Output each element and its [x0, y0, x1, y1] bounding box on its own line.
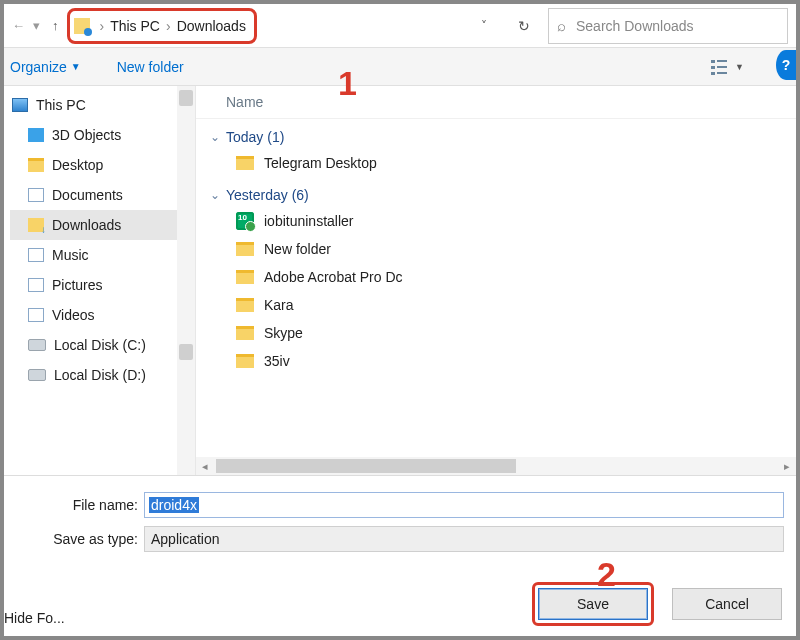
- scroll-thumb[interactable]: [216, 459, 516, 473]
- documents-icon: [28, 188, 44, 202]
- file-label: Telegram Desktop: [264, 155, 377, 171]
- tree-scrollbar[interactable]: [177, 86, 195, 475]
- tree-item-this-pc[interactable]: This PC: [10, 90, 195, 120]
- new-folder-button[interactable]: New folder: [117, 59, 184, 75]
- horizontal-scrollbar[interactable]: ◂ ▸: [196, 457, 796, 475]
- save-as-type-value: Application: [151, 531, 220, 547]
- tree-item-downloads[interactable]: Downloads: [10, 210, 195, 240]
- toolbar: Organize▼ New folder 1 ▼ ?: [4, 48, 796, 86]
- folder-icon: [236, 354, 254, 368]
- 3d-objects-icon: [28, 128, 44, 142]
- address-bar-extra[interactable]: ˅: [265, 8, 500, 44]
- this-pc-icon: [12, 98, 28, 112]
- dialog-buttons: Save Cancel: [532, 582, 782, 626]
- main-area: This PC 3D Objects Desktop Documents Dow…: [4, 86, 796, 476]
- tree-item-label: Music: [52, 247, 89, 263]
- tree-item-3d-objects[interactable]: 3D Objects: [10, 120, 195, 150]
- svg-rect-0: [711, 60, 715, 63]
- navigation-tree: This PC 3D Objects Desktop Documents Dow…: [4, 86, 196, 475]
- chevron-down-icon: ⌄: [210, 188, 220, 202]
- list-item[interactable]: Kara: [196, 291, 796, 319]
- svg-rect-3: [717, 66, 727, 68]
- downloads-icon: [28, 218, 44, 232]
- breadcrumb-downloads[interactable]: Downloads: [177, 18, 246, 34]
- svg-rect-2: [711, 66, 715, 69]
- application-icon: [236, 212, 254, 230]
- music-icon: [28, 248, 44, 262]
- back-button[interactable]: ←: [12, 18, 25, 33]
- list-item[interactable]: Telegram Desktop: [196, 149, 796, 177]
- list-item[interactable]: Adobe Acrobat Pro Dc: [196, 263, 796, 291]
- tree-item-local-disk-c[interactable]: Local Disk (C:): [10, 330, 195, 360]
- tree-item-label: Local Disk (D:): [54, 367, 146, 383]
- save-button[interactable]: Save: [538, 588, 648, 620]
- pictures-icon: [28, 278, 44, 292]
- tree-item-videos[interactable]: Videos: [10, 300, 195, 330]
- tree-scroll-up-icon[interactable]: [179, 90, 193, 106]
- tree-item-label: Pictures: [52, 277, 103, 293]
- list-item[interactable]: Skype: [196, 319, 796, 347]
- cancel-button[interactable]: Cancel: [672, 588, 782, 620]
- save-as-type-label: Save as type:: [4, 531, 144, 547]
- tree-item-label: Documents: [52, 187, 123, 203]
- svg-rect-5: [717, 72, 727, 74]
- tree-item-label: Local Disk (C:): [54, 337, 146, 353]
- list-item[interactable]: 35iv: [196, 347, 796, 375]
- group-yesterday[interactable]: ⌄ Yesterday (6): [196, 177, 796, 207]
- up-button[interactable]: ↑: [52, 18, 59, 33]
- column-header-name[interactable]: Name: [196, 86, 796, 119]
- file-label: iobituninstaller: [264, 213, 354, 229]
- file-label: 35iv: [264, 353, 290, 369]
- file-label: Adobe Acrobat Pro Dc: [264, 269, 403, 285]
- search-icon: ⌕: [557, 17, 566, 34]
- tree-item-label: This PC: [36, 97, 86, 113]
- save-panel: File name: droid4x Save as type: Applica…: [4, 476, 796, 636]
- chevron-down-icon: ▼: [735, 62, 744, 72]
- folder-icon: [236, 242, 254, 256]
- disk-icon: [28, 369, 46, 381]
- tree-item-pictures[interactable]: Pictures: [10, 270, 195, 300]
- organize-menu[interactable]: Organize▼: [10, 59, 81, 75]
- view-options-button[interactable]: ▼: [710, 54, 744, 80]
- tree-item-music[interactable]: Music: [10, 240, 195, 270]
- desktop-icon: [28, 158, 44, 172]
- tree-item-documents[interactable]: Documents: [10, 180, 195, 210]
- scroll-right-icon[interactable]: ▸: [778, 460, 796, 473]
- view-list-icon: [710, 58, 731, 76]
- breadcrumb-highlight: › This PC › Downloads: [67, 8, 257, 44]
- tree-item-desktop[interactable]: Desktop: [10, 150, 195, 180]
- nav-history-controls: ← ▾ ↑: [12, 18, 59, 33]
- list-item[interactable]: iobituninstaller: [196, 207, 796, 235]
- disk-icon: [28, 339, 46, 351]
- search-input[interactable]: ⌕ Search Downloads: [548, 8, 788, 44]
- breadcrumb-sep: ›: [166, 18, 171, 34]
- chevron-down-icon: ⌄: [210, 130, 220, 144]
- breadcrumb-this-pc[interactable]: This PC: [110, 18, 160, 34]
- search-placeholder: Search Downloads: [576, 18, 694, 34]
- scroll-left-icon[interactable]: ◂: [196, 460, 214, 473]
- file-list: Name ⌄ Today (1) Telegram Desktop ⌄ Yest…: [196, 86, 796, 475]
- folder-icon: [236, 298, 254, 312]
- recent-locations-dropdown[interactable]: ▾: [33, 18, 40, 33]
- tree-scroll-down-icon[interactable]: [179, 344, 193, 360]
- group-label: Today (1): [226, 129, 284, 145]
- help-button[interactable]: ?: [776, 50, 796, 80]
- folder-icon: [236, 326, 254, 340]
- chevron-down-icon: ▼: [71, 61, 81, 72]
- tree-item-label: Videos: [52, 307, 95, 323]
- tree-item-local-disk-d[interactable]: Local Disk (D:): [10, 360, 195, 390]
- folder-icon: [236, 270, 254, 284]
- downloads-location-icon: [74, 18, 90, 34]
- tree-item-label: Desktop: [52, 157, 103, 173]
- refresh-button[interactable]: ↻: [508, 18, 540, 34]
- tree-item-label: Downloads: [52, 217, 121, 233]
- list-item[interactable]: New folder: [196, 235, 796, 263]
- address-bar-row: ← ▾ ↑ › This PC › Downloads ˅ ↻ ⌕ Search…: [4, 4, 796, 48]
- tree-item-label: 3D Objects: [52, 127, 121, 143]
- file-label: Kara: [264, 297, 294, 313]
- hide-folders-button[interactable]: Hide Fo...: [4, 610, 65, 626]
- save-as-type-combo[interactable]: Application: [144, 526, 784, 552]
- address-history-dropdown-icon[interactable]: ˅: [469, 19, 499, 33]
- group-today[interactable]: ⌄ Today (1): [196, 119, 796, 149]
- file-name-input[interactable]: droid4x: [144, 492, 784, 518]
